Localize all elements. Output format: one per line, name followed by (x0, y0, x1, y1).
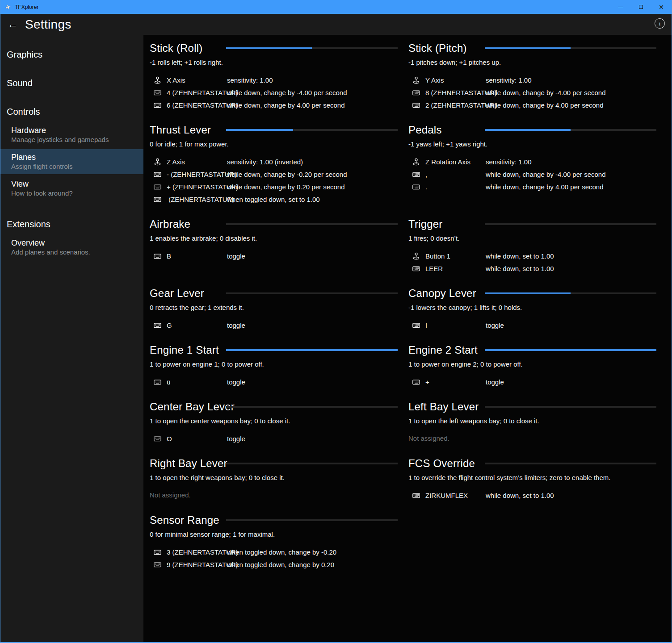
binding-action: while down, change by 0.20 per second (227, 183, 398, 191)
section-description: 1 enables the airbrake; 0 disables it. (150, 234, 398, 243)
binding-row[interactable]: (ZEHNERTASTATUR) when toggled down, set … (150, 193, 398, 205)
binding-row[interactable]: 6 (ZEHNERTASTATUR) while down, change by… (150, 99, 398, 111)
sidebar-item-view[interactable]: View How to look around? (0, 176, 143, 201)
section-stick-pitch: Stick (Pitch) -1 pitches down; +1 pitche… (408, 41, 656, 111)
sidebar-item-hardware[interactable]: Hardware Manage joysticks and gamepads (0, 122, 143, 147)
value-bar-fill (485, 47, 571, 49)
binding-input: 6 (ZEHNERTASTATUR) (167, 101, 227, 109)
sidebar-item-sound[interactable]: Sound (0, 74, 143, 92)
binding-row[interactable]: + toggle (408, 376, 656, 388)
binding-row[interactable]: + (ZEHNERTASTATUR) while down, change by… (150, 180, 398, 193)
sidebar-item-planes[interactable]: Planes Assign flight controls (0, 149, 143, 174)
binding-row[interactable]: Y Axis sensitivity: 1.00 (408, 74, 656, 86)
page-title: Settings (25, 17, 71, 32)
binding-row[interactable]: 8 (ZEHNERTASTATUR) while down, change by… (408, 86, 656, 99)
binding-rows: Z Axis sensitivity: 1.00 (inverted) - (Z… (150, 155, 398, 205)
binding-row[interactable]: 9 (ZEHNERTASTATUR) when toggled down, ch… (150, 558, 398, 571)
keyboard-icon (412, 322, 420, 329)
controls-panel: Stick (Roll) -1 rolls left; +1 rolls rig… (143, 35, 672, 642)
value-bar (226, 47, 398, 49)
sidebar-item-overview[interactable]: Overview Add planes and scenarios. (0, 235, 143, 260)
value-bar (485, 292, 656, 294)
value-bar (485, 463, 656, 464)
binding-input: 8 (ZEHNERTASTATUR) (425, 89, 486, 96)
binding-rows: B toggle (150, 250, 398, 262)
minimize-button[interactable] (610, 0, 630, 14)
binding-input: + (ZEHNERTASTATUR) (167, 183, 227, 191)
section-header: Gear Lever (150, 286, 398, 301)
binding-action: while down, change by -4.00 per second (486, 171, 656, 178)
binding-row[interactable]: Z Axis sensitivity: 1.00 (inverted) (150, 155, 398, 168)
keyboard-icon (412, 183, 420, 191)
sidebar-item-subtitle: Manage joysticks and gamepads (11, 135, 143, 144)
binding-row[interactable]: X Axis sensitivity: 1.00 (150, 74, 398, 86)
keyboard-icon (154, 435, 161, 443)
section-header: Stick (Pitch) (408, 41, 656, 56)
binding-row[interactable]: . while down, change by 4.00 per second (408, 180, 656, 193)
binding-row[interactable]: ZIRKUMFLEX while down, set to 1.00 (408, 489, 656, 501)
info-icon: i (659, 20, 661, 27)
maximize-button[interactable] (630, 0, 651, 14)
binding-row[interactable]: B toggle (150, 250, 398, 262)
sidebar-group-extensions[interactable]: Extensions (0, 215, 143, 233)
section-header: Center Bay Lever (150, 400, 398, 415)
app-window: ✈ TFXplorer ✕ ← Settings i Graphics Soun… (0, 0, 672, 643)
binding-row[interactable]: I toggle (408, 319, 656, 331)
section-description: 1 to power on engine 2; 0 to power off. (408, 360, 656, 369)
binding-row[interactable]: Button 1 while down, set to 1.00 (408, 250, 656, 262)
sidebar-group-controls[interactable]: Controls (0, 103, 143, 121)
binding-action: while down, change by 4.00 per second (227, 101, 398, 109)
binding-input: - (ZEHNERTASTATUR) (167, 171, 227, 178)
section-pedals: Pedals -1 yaws left; +1 yaws right. Z Ro… (408, 123, 656, 205)
binding-input: ZIRKUMFLEX (425, 492, 486, 499)
binding-row[interactable]: 3 (ZEHNERTASTATUR) when toggled down, ch… (150, 546, 398, 558)
binding-input: ü (167, 378, 227, 386)
joystick-icon (154, 158, 161, 166)
section-center-bay-lever: Center Bay Lever 1 to open the center we… (150, 400, 398, 445)
app-body: Graphics Sound Controls Hardware Manage … (0, 35, 672, 642)
binding-row[interactable]: O toggle (150, 432, 398, 445)
sidebar-item-label: View (11, 179, 143, 189)
binding-row[interactable]: LEER while down, set to 1.00 (408, 262, 656, 275)
section-description: 1 fires; 0 doesn’t. (408, 234, 656, 243)
binding-rows: Button 1 while down, set to 1.00 LEER wh… (408, 250, 656, 275)
binding-row[interactable]: G toggle (150, 319, 398, 331)
binding-input: . (425, 183, 486, 191)
value-bar (226, 519, 398, 521)
binding-input: I (425, 322, 486, 329)
section-trigger: Trigger 1 fires; 0 doesn’t. Button 1 whi… (408, 217, 656, 275)
value-bar (485, 47, 656, 49)
keyboard-icon (154, 89, 161, 96)
keyboard-icon (154, 322, 161, 329)
back-button[interactable]: ← (7, 18, 18, 31)
binding-row[interactable]: , while down, change by -4.00 per second (408, 168, 656, 180)
binding-row[interactable]: ü toggle (150, 376, 398, 388)
binding-input: LEER (425, 265, 486, 272)
value-bar (485, 129, 656, 131)
value-bar (226, 349, 398, 351)
binding-rows: O toggle (150, 432, 398, 445)
section-header: Pedals (408, 123, 656, 138)
binding-rows: X Axis sensitivity: 1.00 4 (ZEHNERTASTAT… (150, 74, 398, 111)
binding-row[interactable]: - (ZEHNERTASTATUR) while down, change by… (150, 168, 398, 180)
value-bar-fill (485, 129, 571, 131)
sidebar-item-label: Hardware (11, 125, 143, 135)
sidebar-item-graphics[interactable]: Graphics (0, 46, 143, 63)
binding-action: when toggled down, set to 1.00 (227, 196, 398, 203)
binding-input: Z Axis (167, 158, 227, 166)
info-button[interactable]: i (655, 18, 665, 29)
sidebar-item-subtitle: Add planes and scenarios. (11, 248, 143, 257)
section-engine-2-start: Engine 2 Start 1 to power on engine 2; 0… (408, 343, 656, 388)
binding-row[interactable]: 4 (ZEHNERTASTATUR) while down, change by… (150, 86, 398, 99)
section-header: Engine 2 Start (408, 343, 656, 358)
binding-input: 3 (ZEHNERTASTATUR) (167, 548, 227, 556)
section-header: Stick (Roll) (150, 41, 398, 56)
binding-row[interactable]: Z Rotation Axis sensitivity: 1.00 (408, 155, 656, 168)
binding-row[interactable]: 2 (ZEHNERTASTATUR) while down, change by… (408, 99, 656, 111)
binding-action: sensitivity: 1.00 (227, 76, 398, 84)
sidebar-item-label: Planes (11, 152, 143, 162)
keyboard-icon (154, 561, 161, 568)
binding-rows: ZIRKUMFLEX while down, set to 1.00 (408, 489, 656, 501)
binding-input: O (167, 435, 227, 443)
close-button[interactable]: ✕ (651, 0, 672, 14)
